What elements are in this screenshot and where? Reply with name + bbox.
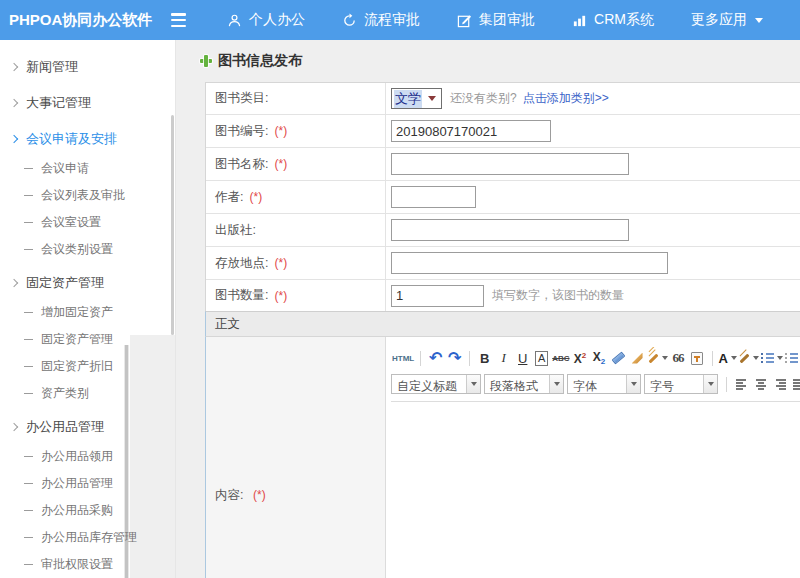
dash-bullet-icon xyxy=(24,456,33,457)
highlight-pen-button[interactable] xyxy=(738,348,760,368)
sidebar-item-label: 办公用品管理 xyxy=(41,475,113,492)
strikethrough-button[interactable]: ABC xyxy=(551,348,570,368)
unordered-list-button[interactable] xyxy=(784,348,800,368)
superscript-button[interactable]: X2 xyxy=(571,348,590,368)
content-label: 内容: xyxy=(215,488,243,502)
button-label: HTML xyxy=(392,354,414,363)
dash-bullet-icon xyxy=(24,483,33,484)
blockquote-button[interactable]: 66 xyxy=(669,348,688,368)
bold-button[interactable]: B xyxy=(475,348,494,368)
sidebar-item-fixed-assets-management[interactable]: 固定资产管理 xyxy=(0,266,175,299)
chevron-down-icon xyxy=(626,375,640,393)
sidebar-item-asset-category[interactable]: 资产类别 xyxy=(0,380,175,407)
cycle-icon xyxy=(342,13,357,28)
sidebar-item-meeting-request-arrange[interactable]: 会议申请及安排 xyxy=(0,122,175,155)
undo-button[interactable]: ↶ xyxy=(426,348,445,368)
chevron-right-icon xyxy=(10,423,18,431)
paragraph-format-dropdown[interactable]: 段落格式 xyxy=(484,374,564,394)
italic-button[interactable]: I xyxy=(494,348,513,368)
sidebar-item-fixed-asset-depreciation[interactable]: 固定资产折旧 xyxy=(0,353,175,380)
eraser-button[interactable] xyxy=(609,348,628,368)
sidebar-item-label: 会议申请及安排 xyxy=(26,130,117,148)
dropdown-label: 字号 xyxy=(645,375,703,393)
selected-option: 文学 xyxy=(394,90,422,108)
redo-button[interactable]: ↷ xyxy=(445,348,464,368)
sidebar-item-label: 会议类别设置 xyxy=(41,241,113,258)
format-painter-button[interactable] xyxy=(647,348,669,368)
top-menu-item-more-apps[interactable]: 更多应用 xyxy=(691,11,763,29)
align-left-button[interactable] xyxy=(732,374,751,394)
dash-bullet-icon xyxy=(24,222,33,223)
sidebar-item-label: 办公用品领用 xyxy=(41,448,113,465)
custom-heading-dropdown[interactable]: 自定义标题 xyxy=(391,374,481,394)
sidebar-item-meeting-room-settings[interactable]: 会议室设置 xyxy=(0,209,175,236)
top-menu-item-personal-office[interactable]: 个人办公 xyxy=(227,11,305,29)
select-caret-icon xyxy=(428,96,436,101)
book-number-input[interactable] xyxy=(391,120,551,142)
editor-content-area[interactable] xyxy=(391,402,800,578)
sidebar-item-label: 审批权限设置 xyxy=(41,556,113,573)
book-category-select[interactable]: 文学 xyxy=(391,88,442,109)
dash-bullet-icon xyxy=(24,249,33,250)
top-menu-item-crm-system[interactable]: CRM系统 xyxy=(572,11,654,29)
hamburger-menu-icon[interactable] xyxy=(171,13,190,27)
top-menu-item-process-approval[interactable]: 流程审批 xyxy=(342,11,420,29)
align-right-button[interactable] xyxy=(770,374,789,394)
sidebar-item-add-fixed-asset[interactable]: 增加固定资产 xyxy=(0,299,175,326)
font-color-button[interactable]: A xyxy=(718,348,738,368)
sidebar-item-supplies-inventory-management[interactable]: 办公用品库存管理 xyxy=(0,524,175,551)
book-quantity-input[interactable] xyxy=(391,285,484,307)
sidebar-item-office-supplies-management[interactable]: 办公用品管理 xyxy=(0,410,175,443)
top-menu-label: 更多应用 xyxy=(691,11,747,29)
align-center-icon xyxy=(755,379,767,390)
main-content: 图书信息发布 图书类目:文学还没有类别?点击添加类别>>图书编号:(*)图书名称… xyxy=(177,40,800,578)
ordered-list-button[interactable] xyxy=(760,348,784,368)
sidebar-item-meeting-list-approval[interactable]: 会议列表及审批 xyxy=(0,182,175,209)
sidebar-item-supplies-claim[interactable]: 办公用品领用 xyxy=(0,443,175,470)
font-color-box-button[interactable]: A xyxy=(532,348,551,368)
add-category-link[interactable]: 点击添加类别>> xyxy=(523,90,609,107)
toolbar-separator xyxy=(420,351,421,366)
clean-format-button[interactable] xyxy=(628,348,647,368)
subscript-button[interactable]: X2 xyxy=(590,348,609,368)
ul-icon xyxy=(785,353,798,364)
person-icon xyxy=(227,13,242,28)
sidebar-item-meeting-category-settings[interactable]: 会议类别设置 xyxy=(0,236,175,263)
font-size-dropdown[interactable]: 字号 xyxy=(644,374,718,394)
button-label: X2 xyxy=(574,351,586,366)
author-input[interactable] xyxy=(391,186,476,208)
chevron-down-icon xyxy=(703,375,717,393)
content-label-cell: 内容: (*) xyxy=(206,337,386,578)
form-row-book-name: 图书名称:(*) xyxy=(206,148,800,181)
chevron-right-icon xyxy=(10,63,18,71)
sidebar-item-memorabilia-management[interactable]: 大事记管理 xyxy=(0,86,175,119)
html-source-button[interactable]: HTML xyxy=(391,348,415,368)
button-label: 66 xyxy=(673,350,684,366)
storage-location-input[interactable] xyxy=(391,252,668,274)
chevron-right-icon xyxy=(10,279,18,287)
sidebar-item-meeting-apply[interactable]: 会议申请 xyxy=(0,155,175,182)
sidebar-item-approval-permission-settings[interactable]: 审批权限设置 xyxy=(0,551,175,578)
app-logo: PHPOA协同办公软件 xyxy=(0,11,162,30)
field-label-book-category: 图书类目: xyxy=(206,83,386,114)
top-menu-item-group-approval[interactable]: 集团审批 xyxy=(457,11,535,29)
sidebar-item-label: 会议申请 xyxy=(41,160,89,177)
paste-text-button[interactable] xyxy=(688,348,707,368)
sidebar-item-label: 办公用品采购 xyxy=(41,502,113,519)
underline-button[interactable]: U xyxy=(513,348,532,368)
rich-text-editor: HTML↶↷BIUAABCX2X266A 自定义标题段落格式字体字号 xyxy=(386,337,800,578)
align-center-button[interactable] xyxy=(751,374,770,394)
sidebar-item-supplies-purchase[interactable]: 办公用品采购 xyxy=(0,497,175,524)
page-title-text: 图书信息发布 xyxy=(218,52,302,70)
dash-bullet-icon xyxy=(24,564,33,565)
content-editor-row: 内容: (*) HTML↶↷BIUAABCX2X266A 自定义标题段落格式字体… xyxy=(205,337,800,578)
undo-icon: ↶ xyxy=(429,350,442,366)
sidebar-item-fixed-asset-management-sub[interactable]: 固定资产管理 xyxy=(0,326,175,353)
book-name-input[interactable] xyxy=(391,153,629,175)
sidebar-item-news-management[interactable]: 新闻管理 xyxy=(0,50,175,83)
publisher-input[interactable] xyxy=(391,219,629,241)
toolbar-separator xyxy=(469,351,470,366)
align-justify-button[interactable] xyxy=(789,374,800,394)
font-family-dropdown[interactable]: 字体 xyxy=(567,374,641,394)
sidebar-item-supplies-management-sub[interactable]: 办公用品管理 xyxy=(0,470,175,497)
